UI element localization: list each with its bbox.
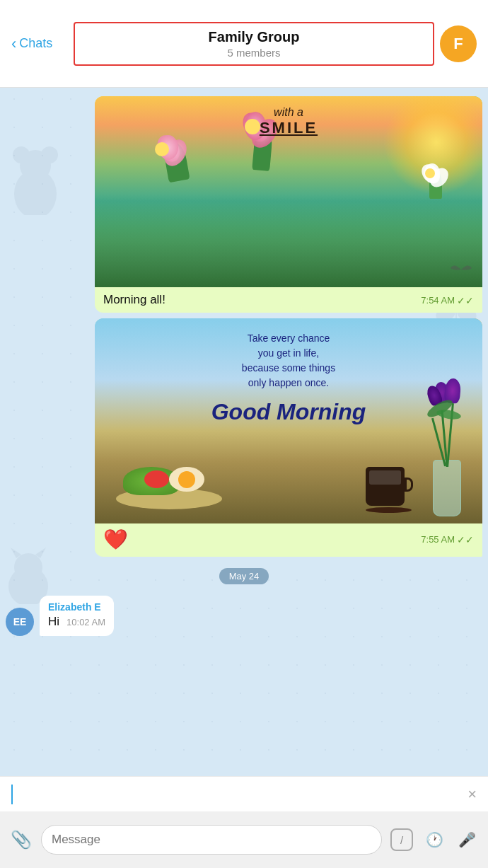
message-text-1: Morning all! <box>103 293 165 307</box>
svg-point-2 <box>13 146 30 163</box>
message-bubble-sent-2: Take every chance you get in life, becau… <box>95 318 482 557</box>
svg-marker-11 <box>11 548 21 558</box>
bear-deco-icon <box>7 144 64 215</box>
received-time: 10:02 AM <box>66 617 105 627</box>
svg-marker-12 <box>35 548 46 558</box>
mic-button[interactable]: 🎤 <box>454 827 480 852</box>
message-time-2: 7:55 AM ✓✓ <box>421 534 474 545</box>
date-divider: May 24 <box>6 568 482 584</box>
message-time-1: 7:54 AM ✓✓ <box>421 295 474 306</box>
input-bar: 📎 / 🕐 🎤 <box>0 811 488 868</box>
heart-reaction: ❤️ <box>103 528 128 551</box>
sender-avatar: EE <box>6 608 34 636</box>
date-badge: May 24 <box>219 568 269 584</box>
avatar[interactable]: F <box>440 25 477 62</box>
group-name: Family Group <box>83 29 424 45</box>
attach-icon: 📎 <box>11 830 32 850</box>
back-label: Chats <box>19 36 52 51</box>
morning-image: Take every chance you get in life, becau… <box>95 318 482 523</box>
attach-button[interactable]: 📎 <box>8 827 34 852</box>
flower-image: with a SMILE <box>95 96 482 287</box>
message-text-row-1: Morning all! 7:54 AM ✓✓ <box>95 287 482 313</box>
received-text-row: Hi 10:02 AM <box>48 615 105 629</box>
svg-point-0 <box>14 169 57 215</box>
member-count: 5 members <box>83 47 424 59</box>
svg-point-1 <box>20 150 51 181</box>
command-icon: / <box>390 828 413 851</box>
received-text: Hi <box>48 615 59 629</box>
message-bubble-sent-1: with a SMILE Morning all! 7:54 AM ✓✓ <box>95 96 482 313</box>
header: ‹ Chats Family Group 5 members F <box>0 0 488 88</box>
message-bubble-received: Elizabeth E Hi 10:02 AM <box>40 596 114 636</box>
close-reply-button[interactable]: × <box>467 785 477 804</box>
command-button[interactable]: / <box>389 827 414 852</box>
message-input[interactable] <box>41 825 382 855</box>
reply-bar: × <box>0 776 488 811</box>
back-button[interactable]: ‹ Chats <box>11 36 68 52</box>
bird-icon <box>451 262 472 277</box>
svg-point-3 <box>41 146 58 163</box>
sticker-icon: 🕐 <box>426 831 443 848</box>
reply-cursor <box>11 785 13 804</box>
sender-name: Elizabeth E <box>48 601 105 613</box>
double-check-icon-2: ✓✓ <box>457 534 474 545</box>
chat-area: with a SMILE Morning all! 7:54 AM ✓✓ <box>0 88 488 776</box>
heart-reaction-row: ❤️ 7:55 AM ✓✓ <box>95 523 482 557</box>
double-check-icon-1: ✓✓ <box>457 295 474 306</box>
sticker-button[interactable]: 🕐 <box>422 827 447 852</box>
chevron-left-icon: ‹ <box>11 36 16 52</box>
mic-icon: 🎤 <box>458 831 476 848</box>
group-info[interactable]: Family Group 5 members <box>74 22 434 66</box>
received-message-wrapper: EE Elizabeth E Hi 10:02 AM <box>6 596 482 636</box>
